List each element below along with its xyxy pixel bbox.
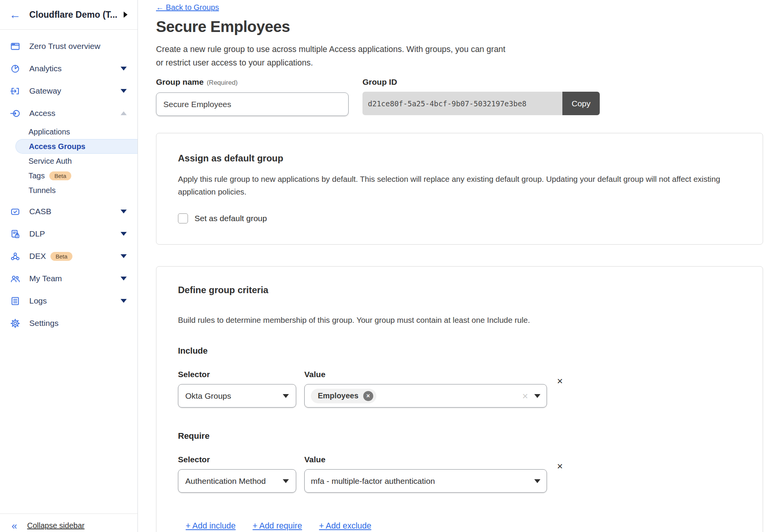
account-title: Cloudflare Demo (T... bbox=[29, 10, 120, 20]
sidebar-item-tags[interactable]: Tags Beta bbox=[0, 168, 138, 183]
require-selector-dropdown[interactable]: Authentication Method bbox=[178, 469, 296, 493]
sidebar-item-analytics[interactable]: Analytics bbox=[0, 57, 138, 80]
chevron-down-icon[interactable] bbox=[121, 254, 127, 258]
group-id-value: d21ce80f-5a25-4bcf-9b07-5032197e3be8 bbox=[362, 92, 562, 115]
gateway-icon bbox=[10, 86, 20, 96]
include-value-label: Value bbox=[304, 369, 547, 379]
require-rule-row: Selector Authentication Method Value mfa… bbox=[178, 455, 741, 493]
sidebar-item-tunnels[interactable]: Tunnels bbox=[0, 183, 138, 198]
chevron-down-icon bbox=[534, 479, 540, 483]
double-chevron-left-icon: « bbox=[12, 522, 17, 530]
include-heading: Include bbox=[178, 346, 741, 356]
back-arrow-icon[interactable]: ← bbox=[9, 9, 21, 20]
chevron-down-icon bbox=[534, 394, 540, 398]
sidebar-item-settings[interactable]: Settings bbox=[0, 312, 138, 334]
team-icon bbox=[10, 274, 20, 284]
beta-badge: Beta bbox=[49, 171, 71, 180]
require-value-dropdown[interactable]: mfa - multiple-factor authentication bbox=[304, 469, 547, 493]
sidebar-nav: Zero Trust overview Analytics Gateway bbox=[0, 30, 138, 334]
include-value-multiselect[interactable]: Employees × × bbox=[304, 384, 547, 408]
expand-account-icon[interactable] bbox=[124, 12, 127, 18]
set-default-checkbox[interactable] bbox=[178, 213, 188, 223]
include-rule-row: Selector Okta Groups Value Employees × bbox=[178, 369, 741, 408]
beta-badge: Beta bbox=[50, 252, 72, 261]
sidebar-item-service-auth[interactable]: Service Auth bbox=[0, 154, 138, 168]
logs-icon bbox=[10, 296, 20, 306]
access-subnav: Applications Access Groups Service Auth … bbox=[0, 124, 138, 198]
sidebar-item-logs[interactable]: Logs bbox=[0, 290, 138, 312]
sidebar-item-access-groups[interactable]: Access Groups bbox=[15, 139, 138, 154]
employees-chip: Employees × bbox=[311, 389, 376, 403]
sidebar: ← Cloudflare Demo (T... Zero Trust overv… bbox=[0, 0, 138, 532]
chevron-down-icon[interactable] bbox=[121, 232, 127, 236]
chevron-down-icon[interactable] bbox=[121, 67, 127, 70]
chevron-down-icon[interactable] bbox=[121, 277, 127, 280]
sidebar-item-dlp[interactable]: DLP bbox=[0, 223, 138, 245]
include-selector-dropdown[interactable]: Okta Groups bbox=[178, 384, 296, 408]
chevron-down-icon[interactable] bbox=[121, 299, 127, 303]
include-selector-label: Selector bbox=[178, 369, 296, 379]
cluster-icon bbox=[10, 251, 20, 262]
back-to-groups-link[interactable]: ← Back to Groups bbox=[156, 3, 219, 12]
required-hint: (Required) bbox=[207, 79, 238, 86]
criteria-card-body: Build rules to determine membership of t… bbox=[178, 314, 741, 326]
document-lock-icon bbox=[10, 229, 20, 239]
remove-require-rule-icon[interactable]: × bbox=[557, 455, 563, 478]
default-group-card-title: Assign as default group bbox=[178, 153, 741, 164]
chip-remove-icon[interactable]: × bbox=[363, 391, 373, 401]
clear-values-icon[interactable]: × bbox=[522, 391, 528, 401]
default-group-card-body: Apply this rule group to new application… bbox=[178, 173, 741, 198]
require-selector-label: Selector bbox=[178, 455, 296, 465]
add-exclude-link[interactable]: + Add exclude bbox=[319, 521, 371, 531]
group-name-label: Group name bbox=[156, 77, 204, 86]
group-id-label: Group ID bbox=[362, 77, 600, 87]
add-include-link[interactable]: + Add include bbox=[186, 521, 236, 531]
set-default-label: Set as default group bbox=[195, 214, 267, 223]
add-require-link[interactable]: + Add require bbox=[253, 521, 302, 531]
require-value-label: Value bbox=[304, 455, 547, 465]
criteria-card: Define group criteria Build rules to det… bbox=[156, 266, 763, 532]
access-icon bbox=[10, 108, 20, 119]
page-description: Create a new rule group to use across mu… bbox=[156, 43, 763, 69]
add-rule-links: + Add include + Add require + Add exclud… bbox=[186, 521, 741, 531]
sidebar-item-dex[interactable]: DEX Beta bbox=[0, 245, 138, 267]
chevron-down-icon bbox=[283, 479, 289, 483]
chevron-down-icon[interactable] bbox=[121, 210, 127, 213]
casb-icon bbox=[10, 206, 20, 217]
app-root: ← Cloudflare Demo (T... Zero Trust overv… bbox=[0, 0, 770, 532]
default-group-card: Assign as default group Apply this rule … bbox=[156, 133, 763, 245]
group-id-field: Group ID d21ce80f-5a25-4bcf-9b07-5032197… bbox=[362, 77, 600, 116]
main-content: ← Back to Groups Secure Employees Create… bbox=[138, 0, 770, 532]
window-icon bbox=[10, 41, 20, 52]
pie-chart-icon bbox=[10, 64, 20, 74]
sidebar-header: ← Cloudflare Demo (T... bbox=[0, 0, 138, 30]
group-name-input[interactable] bbox=[156, 92, 349, 116]
chevron-down-icon bbox=[283, 394, 289, 398]
sidebar-item-access[interactable]: Access bbox=[0, 102, 138, 124]
criteria-card-title: Define group criteria bbox=[178, 284, 741, 296]
chevron-up-icon[interactable] bbox=[121, 111, 127, 115]
sidebar-item-gateway[interactable]: Gateway bbox=[0, 80, 138, 102]
copy-button[interactable]: Copy bbox=[562, 92, 600, 115]
remove-include-rule-icon[interactable]: × bbox=[557, 369, 563, 393]
chevron-down-icon[interactable] bbox=[121, 89, 127, 93]
gear-icon bbox=[10, 318, 20, 329]
sidebar-item-zero-trust-overview[interactable]: Zero Trust overview bbox=[0, 35, 138, 57]
page-title: Secure Employees bbox=[156, 17, 763, 36]
sidebar-item-applications[interactable]: Applications bbox=[0, 124, 138, 139]
require-heading: Require bbox=[178, 431, 741, 441]
group-form-row: Group name(Required) Group ID d21ce80f-5… bbox=[156, 77, 763, 116]
collapse-sidebar-button[interactable]: « Collapse sidebar bbox=[0, 514, 138, 532]
sidebar-item-casb[interactable]: CASB bbox=[0, 200, 138, 223]
sidebar-item-my-team[interactable]: My Team bbox=[0, 267, 138, 290]
group-name-field: Group name(Required) bbox=[156, 77, 349, 116]
